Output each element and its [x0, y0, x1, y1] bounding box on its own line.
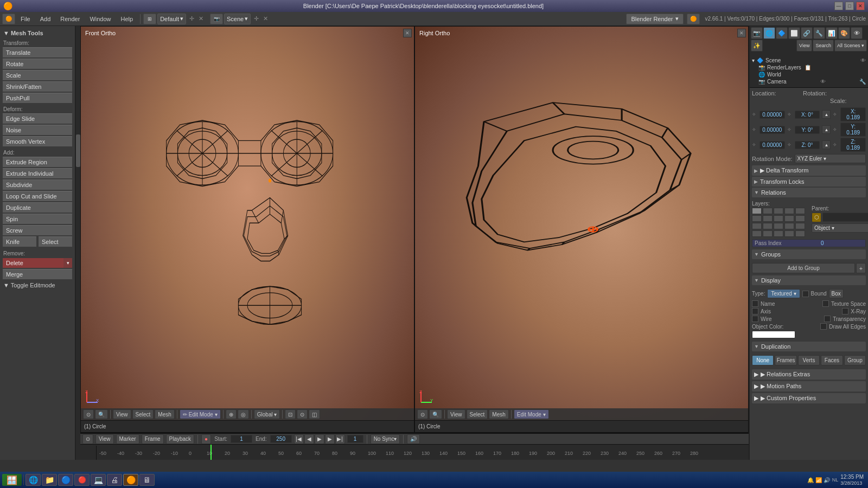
scale-y[interactable]: Y: 0.189 [840, 123, 866, 137]
dup-frames-button[interactable]: Frames [775, 355, 796, 365]
mirror-icon[interactable]: ◫ [309, 409, 320, 419]
jump-end-button[interactable]: ▶| [335, 434, 345, 444]
tab-scene[interactable]: 🌐 [763, 27, 775, 39]
proportional-icon[interactable]: ⊙ [297, 409, 308, 419]
layer-3[interactable] [774, 208, 783, 214]
menu-file[interactable]: File [16, 15, 35, 23]
vp-zoom-icon[interactable]: 🔍 [95, 409, 108, 419]
add-to-group-button[interactable]: Add to Group [752, 263, 855, 273]
outliner-world[interactable]: 🌐 World [758, 71, 866, 78]
outliner-scene[interactable]: ▾ 🔷 Scene 👁 [752, 57, 866, 64]
vp-mode-icon-r[interactable]: ⊙ [417, 409, 428, 419]
taskbar-ie[interactable]: 🌐 [25, 474, 41, 486]
current-frame[interactable]: 1 [347, 435, 363, 443]
scrollbar-thumb[interactable] [76, 134, 80, 167]
timeline-track[interactable]: -50 -40 -30 -20 -10 0 10 20 30 40 50 60 … [80, 445, 749, 460]
tab-constraints[interactable]: 🔗 [801, 27, 813, 39]
wire-checkbox[interactable] [752, 316, 758, 322]
x-ray-checkbox[interactable] [842, 308, 848, 314]
taskbar-hp[interactable]: 🖨 [107, 474, 122, 486]
layer-20[interactable] [795, 230, 805, 237]
tab-world[interactable]: 🔷 [776, 27, 788, 39]
layer-17[interactable] [763, 230, 773, 237]
mesh-menu[interactable]: Mesh [155, 409, 174, 419]
viewport-right-close[interactable]: ✕ [737, 29, 746, 37]
relations-section[interactable]: ▼ Relations [752, 188, 866, 197]
prev-frame-button[interactable]: ◀ [304, 434, 314, 444]
scale-button[interactable]: Scale [2, 70, 73, 81]
start-frame[interactable]: 1 [231, 435, 252, 443]
pass-index-btn[interactable]: Pass Index 0 [752, 239, 866, 247]
outliner-renderlayers[interactable]: 📸 RenderLayers 📋 [758, 64, 866, 71]
engine-dropdown[interactable]: Blender Render ▾ [626, 14, 683, 24]
dup-faces-button[interactable]: Faces [821, 355, 843, 365]
loc-x[interactable]: 0.00000 [760, 111, 785, 119]
tab-object[interactable]: ⬜ [788, 27, 800, 39]
custom-properties-section[interactable]: ▶ ▶ Custom Properties [752, 393, 866, 403]
start-button[interactable]: 🪟 [2, 474, 22, 486]
layer-12[interactable] [763, 223, 773, 229]
layer-5[interactable] [795, 208, 805, 214]
select-menu-r[interactable]: Select [467, 409, 488, 419]
transform-locks-section[interactable]: ▶ Transform Locks [752, 177, 866, 187]
layer-13[interactable] [774, 223, 783, 229]
parent-type-dropdown[interactable]: Object ▾ [812, 223, 868, 233]
taskbar-chrome[interactable]: 🔴 [74, 474, 90, 486]
viewport-shading-icon[interactable]: ⊕ [226, 409, 237, 419]
scale-z[interactable]: Z: 0.189 [840, 138, 866, 152]
outliner-camera[interactable]: 📷 Camera 👁 🔧 [758, 78, 866, 85]
pushpull-button[interactable]: PushPull [2, 93, 73, 104]
loc-y[interactable]: 0.00000 [760, 126, 785, 134]
layer-16[interactable] [752, 230, 762, 237]
toggle-editmode[interactable]: ▼ Toggle Editmode [2, 280, 73, 290]
groups-section[interactable]: ▼ Groups [752, 249, 866, 259]
close-button[interactable]: ✕ [856, 2, 865, 10]
extrude-region-button[interactable]: Extrude Region [2, 157, 73, 168]
search-btn[interactable]: Search [813, 40, 834, 52]
end-frame[interactable]: 250 [270, 435, 292, 443]
tab-modifiers[interactable]: 🔧 [813, 27, 825, 39]
loc-z[interactable]: 0.00000 [760, 141, 785, 149]
rot-y-arrow[interactable]: ▲ [822, 125, 831, 134]
layer-1[interactable] [752, 208, 762, 214]
dup-group-button[interactable]: Group [844, 355, 866, 365]
rot-z-arrow[interactable]: ▲ [822, 140, 831, 149]
shrink-fatten-button[interactable]: Shrink/Fatten [2, 81, 73, 92]
select-menu[interactable]: Select [132, 409, 154, 419]
delete-button[interactable]: Delete [3, 258, 63, 268]
tab-particles[interactable]: ✨ [751, 40, 763, 52]
object-color-swatch[interactable] [752, 331, 795, 338]
view-menu-r[interactable]: View [447, 409, 465, 419]
view-label[interactable]: View [95, 434, 114, 444]
taskbar-explorer[interactable]: 💻 [91, 474, 106, 486]
select-button[interactable]: Select [38, 236, 73, 247]
parent-input[interactable] [822, 213, 868, 222]
rotate-button[interactable]: Rotate [2, 59, 73, 69]
edit-mode-dropdown-r[interactable]: Edit Mode ▾ [514, 409, 549, 419]
playback-label[interactable]: Playback [166, 434, 195, 444]
layer-2[interactable] [763, 208, 773, 214]
loop-cut-slide-button[interactable]: Loop Cut and Slide [2, 191, 73, 202]
layer-7[interactable] [763, 215, 773, 222]
jump-start-button[interactable]: |◀ [294, 434, 304, 444]
layer-19[interactable] [784, 230, 794, 237]
sync-mode-dropdown[interactable]: No Sync ▾ [371, 434, 400, 444]
merge-button[interactable]: Merge [2, 269, 73, 280]
viewport-right[interactable]: Right Ortho ✕ ⊙ 🔍 View Select Mesh Edit … [414, 26, 749, 433]
next-frame-button[interactable]: ▶ [325, 434, 335, 444]
all-scenes-btn[interactable]: All Scenes ▾ [834, 40, 867, 52]
audio-icon[interactable]: 🔊 [407, 434, 420, 444]
rot-x-arrow[interactable]: ▲ [822, 110, 831, 119]
taskbar-folder[interactable]: 📁 [42, 474, 57, 486]
scale-x[interactable]: X: 0.189 [840, 107, 866, 121]
vp-mode-icon[interactable]: ⊙ [83, 409, 94, 419]
camera-eye-icon[interactable]: 👁 [820, 79, 826, 85]
layer-8[interactable] [774, 215, 783, 222]
menu-add[interactable]: Add [36, 15, 55, 23]
layer-14[interactable] [784, 223, 794, 229]
dup-none-button[interactable]: None [752, 355, 774, 365]
subdivide-button[interactable]: Subdivide [2, 179, 73, 190]
draw-all-edges-checkbox[interactable] [820, 323, 827, 330]
dup-verts-button[interactable]: Verts [798, 355, 820, 365]
layer-15[interactable] [795, 223, 805, 229]
